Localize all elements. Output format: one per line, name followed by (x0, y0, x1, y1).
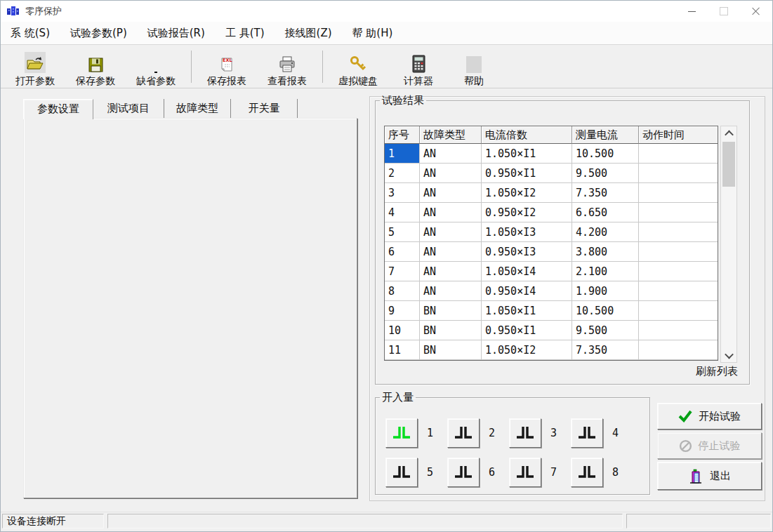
refresh-list-link[interactable]: 刷新列表 (696, 365, 738, 378)
contact-toggle-button[interactable] (447, 418, 480, 448)
save-report-button[interactable]: EXL 保存报表 (197, 47, 257, 86)
scroll-up-button[interactable] (721, 126, 736, 140)
cell-fault-type[interactable]: BN (420, 301, 482, 321)
cell-current-multiple[interactable]: 0.950×I2 (482, 203, 572, 222)
table-row[interactable]: 10 BN 0.950×I1 9.500 (385, 321, 718, 340)
cell-fault-type[interactable]: BN (420, 340, 482, 360)
cell-num[interactable]: 2 (385, 164, 420, 183)
menu-tools[interactable]: 工 具(T) (221, 22, 269, 44)
cell-current-multiple[interactable]: 0.950×I4 (482, 281, 572, 301)
cell-measured-current[interactable]: 9.500 (572, 321, 639, 340)
cell-measured-current[interactable]: 7.350 (572, 340, 639, 360)
cell-action-time[interactable] (639, 340, 718, 360)
cell-num[interactable]: 8 (385, 281, 420, 301)
maximize-button[interactable] (708, 1, 740, 22)
minimize-button[interactable] (675, 1, 708, 22)
cell-measured-current[interactable]: 10.500 (572, 144, 639, 164)
cell-fault-type[interactable]: AN (420, 203, 482, 222)
virtual-keyboard-button[interactable]: 虚拟键盘 (328, 47, 388, 86)
cell-action-time[interactable] (639, 203, 718, 222)
cell-action-time[interactable] (639, 321, 718, 340)
contact-toggle-button[interactable] (385, 418, 418, 448)
cell-num[interactable]: 11 (385, 340, 420, 360)
cell-measured-current[interactable]: 1.900 (572, 281, 639, 301)
cell-num[interactable]: 9 (385, 301, 420, 321)
cell-num[interactable]: 5 (385, 222, 420, 242)
table-row[interactable]: 9 BN 1.050×I1 10.500 (385, 301, 718, 321)
cell-fault-type[interactable]: AN (420, 281, 482, 301)
menu-test-params[interactable]: 试验参数(P) (66, 22, 131, 44)
table-row[interactable]: 8 AN 0.950×I4 1.900 (385, 281, 718, 301)
cell-fault-type[interactable]: BN (420, 321, 482, 340)
default-params-button[interactable]: 缺省参数 (126, 47, 186, 86)
cell-measured-current[interactable]: 2.100 (572, 262, 639, 281)
cell-measured-current[interactable]: 6.650 (572, 203, 639, 222)
scroll-down-button[interactable] (721, 348, 736, 362)
cell-action-time[interactable] (639, 222, 718, 242)
col-header-fault-type[interactable]: 故障类型 (420, 126, 482, 144)
save-params-button[interactable]: 保存参数 (65, 47, 126, 86)
tab-fault-types[interactable]: 故障类型 (164, 99, 231, 118)
cell-fault-type[interactable]: AN (420, 144, 482, 164)
menu-help[interactable]: 帮 助(H) (348, 22, 397, 44)
cell-action-time[interactable] (639, 301, 718, 321)
table-scrollbar[interactable] (720, 126, 737, 363)
cell-current-multiple[interactable]: 1.050×I1 (482, 301, 572, 321)
cell-current-multiple[interactable]: 0.950×I1 (482, 164, 572, 183)
cell-current-multiple[interactable]: 0.950×I3 (482, 242, 572, 262)
cell-num[interactable]: 7 (385, 262, 420, 281)
contact-toggle-button[interactable] (447, 458, 480, 487)
col-header-num[interactable]: 序号 (385, 126, 420, 144)
cell-measured-current[interactable]: 9.500 (572, 164, 639, 183)
cell-action-time[interactable] (639, 281, 718, 301)
cell-current-multiple[interactable]: 1.050×I1 (482, 144, 572, 164)
cell-fault-type[interactable]: AN (420, 222, 482, 242)
table-row[interactable]: 7 AN 1.050×I4 2.100 (385, 262, 718, 281)
col-header-current-multiple[interactable]: 电流倍数 (482, 126, 572, 144)
contact-toggle-button[interactable] (385, 458, 418, 487)
col-header-action-time[interactable]: 动作时间 (639, 126, 718, 144)
cell-action-time[interactable] (639, 242, 718, 262)
open-params-button[interactable]: 打开参数 (5, 47, 65, 86)
cell-num[interactable]: 10 (385, 321, 420, 340)
view-report-button[interactable]: 查看报表 (257, 47, 317, 86)
cell-measured-current[interactable]: 3.800 (572, 242, 639, 262)
cell-num[interactable]: 6 (385, 242, 420, 262)
cell-measured-current[interactable]: 4.200 (572, 222, 639, 242)
close-button[interactable] (740, 1, 772, 22)
cell-action-time[interactable] (639, 144, 718, 164)
table-row[interactable]: 11 BN 1.050×I2 7.350 (385, 340, 718, 360)
cell-num[interactable]: 3 (385, 183, 420, 203)
contact-toggle-button[interactable] (509, 418, 541, 448)
cell-current-multiple[interactable]: 1.050×I2 (482, 340, 572, 360)
menu-test-report[interactable]: 试验报告(R) (143, 22, 209, 44)
calculator-button[interactable]: 计算器 (388, 47, 449, 86)
cell-num[interactable]: 4 (385, 203, 420, 222)
contact-toggle-button[interactable] (571, 418, 603, 448)
table-row[interactable]: 1 AN 1.050×I1 10.500 (385, 144, 718, 164)
table-row[interactable]: 4 AN 0.950×I2 6.650 (385, 203, 718, 222)
table-row[interactable]: 5 AN 1.050×I3 4.200 (385, 222, 718, 242)
cell-action-time[interactable] (639, 183, 718, 203)
cell-current-multiple[interactable]: 1.050×I3 (482, 222, 572, 242)
menu-system[interactable]: 系 统(S) (6, 22, 54, 44)
tab-switch-quantity[interactable]: 开关量 (231, 99, 298, 118)
tab-test-items[interactable]: 测试项目 (93, 99, 164, 118)
cell-action-time[interactable] (639, 164, 718, 183)
table-row[interactable]: 6 AN 0.950×I3 3.800 (385, 242, 718, 262)
cell-fault-type[interactable]: AN (420, 262, 482, 281)
cell-fault-type[interactable]: AN (420, 164, 482, 183)
contact-toggle-button[interactable] (509, 458, 541, 487)
cell-num[interactable]: 1 (385, 144, 420, 164)
tab-param-settings[interactable]: 参数设置 (23, 99, 93, 119)
cell-measured-current[interactable]: 10.500 (572, 301, 639, 321)
scrollbar-thumb[interactable] (722, 142, 735, 187)
cell-current-multiple[interactable]: 1.050×I2 (482, 183, 572, 203)
cell-action-time[interactable] (639, 262, 718, 281)
contact-toggle-button[interactable] (571, 458, 603, 487)
help-button[interactable]: 帮助 (449, 47, 499, 86)
menu-wiring-diagram[interactable]: 接线图(Z) (281, 22, 336, 44)
exit-button[interactable]: 退出 (657, 462, 762, 490)
cell-fault-type[interactable]: AN (420, 242, 482, 262)
col-header-measured-current[interactable]: 测量电流 (572, 126, 639, 144)
